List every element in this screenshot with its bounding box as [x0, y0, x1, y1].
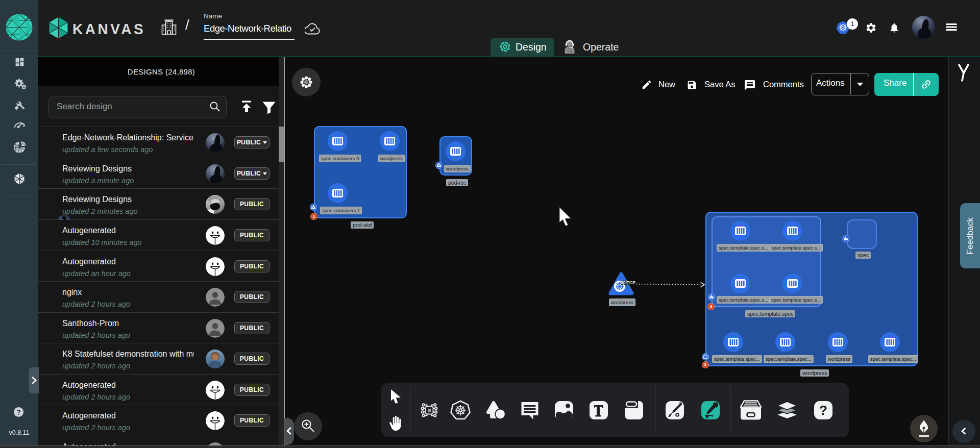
svg-text:?: ?: [819, 403, 827, 418]
